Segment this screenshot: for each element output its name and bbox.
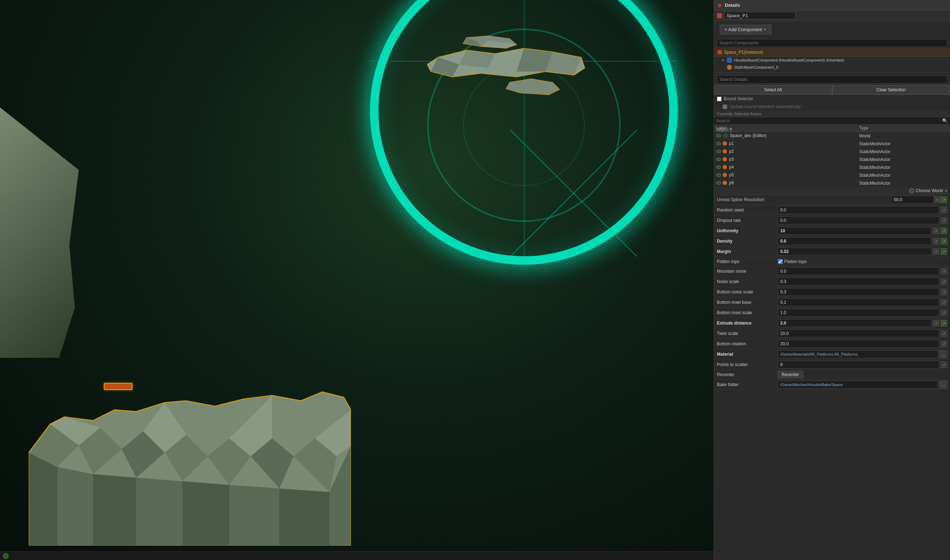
- property-reset-btn[interactable]: ↺: [941, 217, 947, 224]
- mesh-icon: [723, 173, 727, 177]
- table-row[interactable]: p6 StaticMeshActor: [714, 179, 950, 187]
- path-input[interactable]: [778, 350, 938, 358]
- actor-row-icon: p5: [716, 172, 734, 177]
- property-row: Bottom inset scale↺: [714, 308, 950, 318]
- property-input[interactable]: [778, 319, 931, 327]
- spline-reset-btn[interactable]: ↻: [934, 197, 941, 203]
- component-static-label: StaticMeshComponent_0: [734, 65, 779, 69]
- world-icon: [723, 134, 728, 138]
- property-reset-btn[interactable]: ↺: [933, 248, 939, 255]
- update-bound-row: Update bound selection automatically: [714, 103, 950, 111]
- browse-button[interactable]: …: [939, 381, 947, 389]
- property-label: Bottom rotation: [717, 342, 778, 346]
- property-reset-btn[interactable]: ↺: [941, 278, 947, 285]
- property-label: Bottom noise scale: [717, 289, 778, 294]
- property-input[interactable]: [778, 227, 931, 235]
- property-row: Flatten topsFlatten tops: [714, 257, 950, 266]
- actor-row-icon: p2: [716, 149, 734, 154]
- property-reset-btn[interactable]: ↺: [941, 309, 947, 316]
- island-cluster: [409, 36, 588, 143]
- property-value-container: ↺: [778, 361, 947, 369]
- property-reset-btn[interactable]: ↺: [941, 207, 947, 213]
- recenter-button[interactable]: Recenter: [778, 371, 803, 378]
- property-row: Noise scale↺: [714, 277, 950, 287]
- col-label: Label: [714, 125, 857, 132]
- property-value-container: ↺: [778, 278, 947, 286]
- property-expand-btn[interactable]: ↗: [941, 320, 947, 326]
- property-input[interactable]: [778, 340, 939, 348]
- property-expand-btn[interactable]: ↗: [941, 248, 947, 255]
- eye-icon: [716, 149, 721, 153]
- viewport[interactable]: [0, 0, 714, 560]
- update-bound-checkbox[interactable]: [723, 105, 727, 109]
- property-expand-btn[interactable]: ↗: [941, 228, 947, 234]
- property-input[interactable]: [778, 217, 939, 225]
- property-row: Random seed↺: [714, 205, 950, 215]
- property-input[interactable]: [778, 206, 939, 214]
- choose-world-row[interactable]: Choose World ▼: [714, 187, 950, 195]
- property-reset-btn[interactable]: ↺: [933, 320, 939, 326]
- property-input[interactable]: [778, 237, 931, 245]
- property-label: Bake folder: [717, 382, 778, 387]
- flatten-tops-label: Flatten tops: [784, 259, 807, 264]
- eye-icon: [716, 181, 721, 185]
- property-row: Density↺↗: [714, 236, 950, 246]
- instance-label: Space_P1(Instance): [714, 48, 950, 57]
- table-row[interactable]: Space_dev (Editor) World: [714, 132, 950, 140]
- browse-button[interactable]: …: [939, 350, 947, 358]
- property-value-container: ↺↗: [778, 227, 947, 235]
- update-bound-label: Update bound selection automatically: [729, 104, 801, 109]
- property-expand-btn[interactable]: ↗: [941, 238, 947, 245]
- property-input[interactable]: [778, 278, 939, 286]
- property-input[interactable]: [778, 298, 939, 306]
- add-component-container: + Add Component ▼: [714, 21, 950, 38]
- path-input[interactable]: [778, 381, 938, 389]
- property-reset-btn[interactable]: ↺: [941, 299, 947, 306]
- property-reset-btn[interactable]: ↺: [941, 362, 947, 368]
- property-label: Density: [717, 238, 778, 244]
- property-reset-btn[interactable]: ↺: [941, 330, 947, 337]
- property-reset-btn[interactable]: ↺: [941, 289, 947, 295]
- comp-icon-orange: [727, 65, 732, 70]
- add-component-label: + Add Component: [725, 27, 762, 32]
- property-row: Margin↺↗: [714, 246, 950, 257]
- search-details-input[interactable]: [717, 75, 947, 83]
- mesh-icon: [723, 165, 727, 169]
- actor-search-input[interactable]: [716, 118, 941, 123]
- property-reset-btn[interactable]: ↺: [941, 268, 947, 274]
- property-reset-btn[interactable]: ↺: [933, 228, 939, 234]
- mesh-icon: [723, 149, 727, 154]
- eye-icon: [716, 165, 721, 169]
- property-reset-btn[interactable]: ↺: [941, 341, 947, 347]
- property-row: Mountain noise↺: [714, 266, 950, 277]
- select-all-button[interactable]: Select All: [714, 85, 832, 94]
- actor-row-icon: Space_dev (Editor): [716, 133, 766, 138]
- add-component-button[interactable]: + Add Component ▼: [720, 25, 771, 34]
- bound-selector-checkbox[interactable]: [717, 97, 722, 101]
- svg-marker-15: [29, 453, 57, 546]
- table-row[interactable]: p2 StaticMeshActor: [714, 148, 950, 155]
- property-input[interactable]: [778, 361, 939, 369]
- property-input[interactable]: [778, 248, 931, 255]
- component-item-houdini[interactable]: ▼ HoudiniAssetComponent (HoudiniAssetCom…: [714, 57, 950, 64]
- table-row[interactable]: p3 StaticMeshActor: [714, 155, 950, 163]
- property-input[interactable]: [778, 267, 939, 275]
- flatten-tops-checkbox[interactable]: [778, 259, 783, 264]
- spline-expand-btn[interactable]: ↗: [941, 197, 947, 203]
- search-components-input[interactable]: [717, 39, 947, 47]
- col-type: Type: [857, 125, 950, 132]
- property-input[interactable]: [778, 329, 939, 337]
- property-input[interactable]: [778, 288, 939, 296]
- table-row[interactable]: p5 StaticMeshActor: [714, 171, 950, 179]
- spline-input[interactable]: [891, 196, 934, 204]
- name-input[interactable]: [724, 12, 796, 19]
- table-row[interactable]: p4 StaticMeshActor: [714, 163, 950, 171]
- clear-selection-button[interactable]: Clear Selection: [832, 85, 950, 94]
- instance-text: Space_P1(Instance): [724, 50, 763, 55]
- table-row[interactable]: p1 StaticMeshActor: [714, 140, 950, 148]
- spline-label: Unreal Spline Resolution: [717, 197, 891, 202]
- component-item-staticmesh[interactable]: StaticMeshComponent_0: [714, 64, 950, 71]
- property-input[interactable]: [778, 309, 939, 317]
- property-reset-btn[interactable]: ↺: [933, 238, 939, 245]
- terrain-container: [29, 345, 351, 546]
